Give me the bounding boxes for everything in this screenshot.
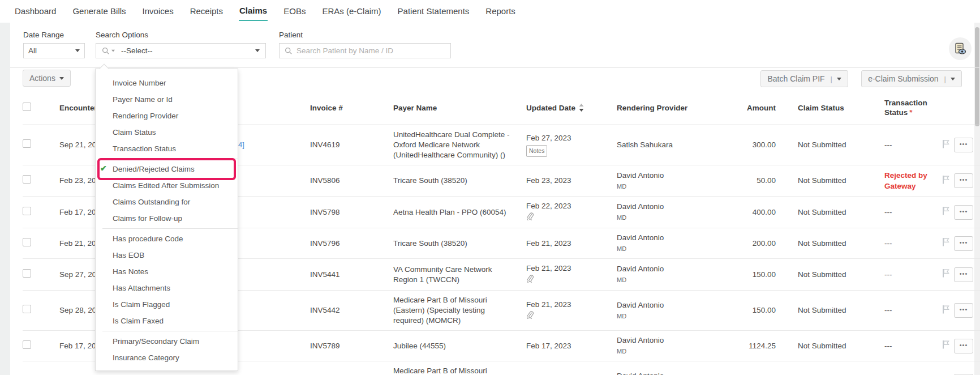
transaction-status: --- xyxy=(863,301,937,320)
claim-status: Not Submitted xyxy=(776,171,863,190)
encounter-date: Feb 17, 20 xyxy=(59,342,96,350)
notes-badge[interactable]: Notes xyxy=(526,145,547,157)
menu-item-claims-outstanding-for[interactable]: Claims Outstanding for xyxy=(96,194,238,210)
payer-name: Medicare Part B of Missouri (Eastern) (S… xyxy=(377,291,518,330)
search-options-label: Search Options xyxy=(96,31,148,39)
menu-item-is-claim-flagged[interactable]: Is Claim Flagged xyxy=(96,296,238,313)
encounter-date: Sep 27, 20 xyxy=(59,270,96,279)
menu-notch xyxy=(100,64,109,74)
claim-status: Not Submitted xyxy=(776,203,863,222)
batch-claim-pif-button[interactable]: Batch Claim PIF | xyxy=(760,70,848,87)
row-more-actions-button[interactable]: ••• xyxy=(954,173,973,188)
select-all-checkbox[interactable] xyxy=(23,103,31,111)
attachment-icon xyxy=(526,311,534,319)
invoice-number: INV5806 xyxy=(292,171,377,190)
date-range-select[interactable]: All xyxy=(23,43,85,58)
row-more-actions-button[interactable]: ••• xyxy=(954,267,973,282)
flag-icon[interactable] xyxy=(942,175,950,184)
nav-tab-receipts[interactable]: Receipts xyxy=(190,3,223,20)
menu-item-has-attachments[interactable]: Has Attachments xyxy=(96,280,238,296)
actions-button[interactable]: Actions xyxy=(23,70,71,87)
rendering-provider: David Antonio xyxy=(617,371,725,375)
nav-tab-eobs[interactable]: EOBs xyxy=(283,3,306,20)
invoice-number: INV4619 xyxy=(292,135,377,155)
nav-tab-patient-statements[interactable]: Patient Statements xyxy=(397,3,470,20)
amount: 200.00 xyxy=(725,372,776,375)
col-transaction-status[interactable]: Transaction Status* xyxy=(863,93,937,122)
col-payer-name[interactable]: Payer Name xyxy=(377,99,518,117)
search-icon xyxy=(102,47,110,55)
row-checkbox[interactable] xyxy=(23,207,31,215)
menu-divider xyxy=(102,159,238,159)
menu-item-claim-status[interactable]: Claim Status xyxy=(96,124,238,140)
rendering-provider: David Antonio xyxy=(617,300,725,310)
button-separator: | xyxy=(944,75,946,83)
provider-credential: MD xyxy=(617,244,725,254)
menu-item-has-eob[interactable]: Has EOB xyxy=(96,247,238,263)
payer-name: UnitedHealthcare Dual Complete - Oxford … xyxy=(377,125,518,165)
menu-item-rendering-provider[interactable]: Rendering Provider xyxy=(96,108,238,124)
col-updated-date[interactable]: Updated Date xyxy=(518,99,614,117)
nav-tab-eras-e-claim-[interactable]: ERAs (e-Claim) xyxy=(321,3,381,20)
transaction-status: --- xyxy=(863,203,937,222)
nav-tab-dashboard[interactable]: Dashboard xyxy=(14,3,57,20)
patient-search-input[interactable] xyxy=(296,46,445,55)
report-preview-button[interactable] xyxy=(949,37,972,60)
row-checkbox[interactable] xyxy=(23,269,31,278)
search-options-select[interactable]: --Select-- xyxy=(96,43,266,58)
claim-status: Not Submitted xyxy=(776,265,863,284)
row-checkbox[interactable] xyxy=(23,305,31,313)
row-more-actions-button[interactable]: ••• xyxy=(954,138,973,152)
nav-tab-claims[interactable]: Claims xyxy=(239,2,268,21)
flag-icon[interactable] xyxy=(942,269,950,278)
col-rendering-provider[interactable]: Rendering Provider xyxy=(614,99,725,117)
encounter-date: Feb 21, 20 xyxy=(59,239,96,248)
menu-divider xyxy=(102,331,238,331)
menu-item-has-notes[interactable]: Has Notes xyxy=(96,263,238,280)
encounter-link-fragment[interactable]: 4] xyxy=(238,140,244,150)
payer-name: Aetna Health Plan - PPO (60054) xyxy=(377,203,518,222)
row-checkbox[interactable] xyxy=(23,139,31,148)
nav-tab-reports[interactable]: Reports xyxy=(485,3,516,20)
updated-date: Feb 21, 2023 xyxy=(526,238,614,249)
row-more-actions-button[interactable]: ••• xyxy=(954,236,973,251)
col-invoice[interactable]: Invoice # xyxy=(292,99,377,117)
menu-item-claims-edited-after-submission[interactable]: Claims Edited After Submission xyxy=(96,177,238,194)
section-divider xyxy=(10,67,980,68)
invoice-number: INV5442 xyxy=(292,301,377,320)
menu-item-transaction-status[interactable]: Transaction Status xyxy=(96,140,238,157)
menu-item-denied-rejected-claims[interactable]: ✔Denied/Rejected Claims xyxy=(96,161,238,177)
menu-item-invoice-number[interactable]: Invoice Number xyxy=(96,75,238,91)
payer-name: Tricare South (38520) xyxy=(377,171,518,190)
top-navigation: DashboardGenerate BillsInvoicesReceiptsC… xyxy=(0,0,980,23)
col-amount[interactable]: Amount xyxy=(725,99,776,117)
menu-item-has-procedure-code[interactable]: Has procedure Code xyxy=(96,231,238,247)
invoice-number: INV5796 xyxy=(292,234,377,253)
menu-item-primary-secondary-claim[interactable]: Primary/Secondary Claim xyxy=(96,333,238,350)
nav-tab-invoices[interactable]: Invoices xyxy=(142,3,174,20)
row-more-actions-button[interactable]: ••• xyxy=(954,205,973,220)
col-claim-status[interactable]: Claim Status xyxy=(776,99,863,117)
invoice-number: INV5798 xyxy=(292,203,377,222)
flag-icon[interactable] xyxy=(942,206,950,215)
sort-icon[interactable] xyxy=(579,104,584,112)
flag-icon[interactable] xyxy=(942,139,950,148)
transaction-status: --- xyxy=(863,135,937,155)
amount: 50.00 xyxy=(725,171,776,190)
menu-item-is-claim-faxed[interactable]: Is Claim Faxed xyxy=(96,313,238,329)
row-more-actions-button[interactable]: ••• xyxy=(954,303,973,318)
row-checkbox[interactable] xyxy=(23,340,31,349)
nav-tab-generate-bills[interactable]: Generate Bills xyxy=(72,3,126,20)
row-checkbox[interactable] xyxy=(23,175,31,184)
menu-item-insurance-category[interactable]: Insurance Category xyxy=(96,350,238,366)
row-more-actions-button[interactable]: ••• xyxy=(954,339,973,353)
flag-icon[interactable] xyxy=(942,340,950,349)
updated-date: Feb 17, 2023 xyxy=(526,341,614,351)
eclaim-submission-button[interactable]: e-Claim Submission | xyxy=(861,70,962,87)
row-checkbox[interactable] xyxy=(23,238,31,246)
menu-item-payer-name-or-id[interactable]: Payer Name or Id xyxy=(96,91,238,108)
flag-icon[interactable] xyxy=(942,237,950,246)
menu-item-claims-for-follow-up[interactable]: Claims for Follow-up xyxy=(96,210,238,227)
transaction-status: Rejected by Gateway xyxy=(863,165,937,196)
flag-icon[interactable] xyxy=(942,305,950,314)
